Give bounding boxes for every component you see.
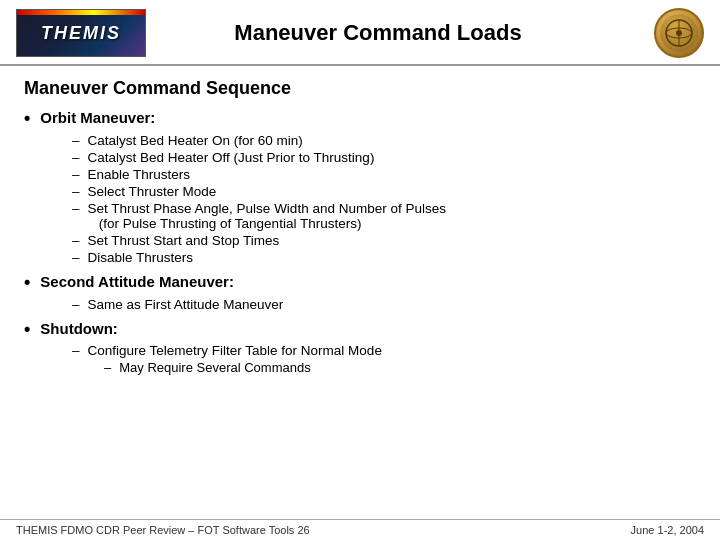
list-item: – Disable Thrusters (72, 250, 696, 265)
footer: THEMIS FDMO CDR Peer Review – FOT Softwa… (0, 519, 720, 540)
dash-icon: – (72, 184, 80, 199)
bullet-dot: • (24, 320, 30, 340)
list-item: – Same as First Attitude Maneuver (72, 297, 696, 312)
shutdown-sub-list: – Configure Telemetry Filter Table for N… (24, 343, 696, 375)
page: THEMIS Maneuver Command Loads Maneuver C… (0, 0, 720, 540)
list-item: – Enable Thrusters (72, 167, 696, 182)
list-item: – May Require Several Commands (104, 360, 696, 375)
sub-item-text: Select Thruster Mode (88, 184, 217, 199)
second-attitude-sub-list: – Same as First Attitude Maneuver (24, 297, 696, 312)
dash-icon: – (72, 343, 80, 358)
dash-icon: – (72, 201, 80, 216)
dash-icon: – (104, 360, 111, 375)
sub-item-text: Catalyst Bed Heater Off (Just Prior to T… (88, 150, 375, 165)
sub-sub-list: – May Require Several Commands (72, 360, 696, 375)
dash-icon: – (72, 250, 80, 265)
logo-box: THEMIS (16, 9, 146, 57)
dash-icon: – (72, 167, 80, 182)
bullet-dot: • (24, 273, 30, 293)
sub-item-text: Disable Thrusters (88, 250, 194, 265)
list-item: • Second Attitude Maneuver: – Same as Fi… (24, 273, 696, 312)
list-item: – Configure Telemetry Filter Table for N… (72, 343, 696, 358)
sub-sub-item-text: May Require Several Commands (119, 360, 310, 375)
list-item: • Shutdown: – Configure Telemetry Filter… (24, 320, 696, 376)
list-item: – Catalyst Bed Heater Off (Just Prior to… (72, 150, 696, 165)
bullet-item-header: • Orbit Maneuver: (24, 109, 696, 129)
list-item: – Select Thruster Mode (72, 184, 696, 199)
sub-item-text: Same as First Attitude Maneuver (88, 297, 284, 312)
list-item: – Catalyst Bed Heater On (for 60 min) (72, 133, 696, 148)
second-attitude-label: Second Attitude Maneuver: (40, 273, 234, 290)
header: THEMIS Maneuver Command Loads (0, 0, 720, 66)
list-item: – Set Thrust Start and Stop Times (72, 233, 696, 248)
section-title: Maneuver Command Sequence (24, 78, 696, 99)
bullet-list: • Orbit Maneuver: – Catalyst Bed Heater … (24, 109, 696, 375)
logo-text: THEMIS (41, 23, 121, 44)
orbit-maneuver-label: Orbit Maneuver: (40, 109, 155, 126)
dash-icon: – (72, 133, 80, 148)
sub-item-text: Configure Telemetry Filter Table for Nor… (88, 343, 382, 358)
sub-item-text: Set Thrust Phase Angle, Pulse Width and … (88, 201, 446, 231)
sub-item-text: Enable Thrusters (88, 167, 191, 182)
logo-accent-bar (17, 10, 145, 15)
emblem-inner (660, 14, 698, 52)
dash-icon: – (72, 150, 80, 165)
list-item: – Set Thrust Phase Angle, Pulse Width an… (72, 201, 696, 231)
footer-left: THEMIS FDMO CDR Peer Review – FOT Softwa… (16, 524, 310, 536)
orbit-sub-list: – Catalyst Bed Heater On (for 60 min) – … (24, 133, 696, 265)
list-item: • Orbit Maneuver: – Catalyst Bed Heater … (24, 109, 696, 265)
sub-item-text: Catalyst Bed Heater On (for 60 min) (88, 133, 303, 148)
bullet-item-header: • Shutdown: (24, 320, 696, 340)
dash-icon: – (72, 297, 80, 312)
header-title: Maneuver Command Loads (102, 20, 654, 46)
emblem-icon (664, 18, 694, 48)
bullet-item-header: • Second Attitude Maneuver: (24, 273, 696, 293)
footer-right: June 1-2, 2004 (631, 524, 704, 536)
main-content: Maneuver Command Sequence • Orbit Maneuv… (0, 66, 720, 519)
dash-icon: – (72, 233, 80, 248)
bullet-dot: • (24, 109, 30, 129)
shutdown-label: Shutdown: (40, 320, 117, 337)
header-emblem (654, 8, 704, 58)
sub-item-text: Set Thrust Start and Stop Times (88, 233, 280, 248)
